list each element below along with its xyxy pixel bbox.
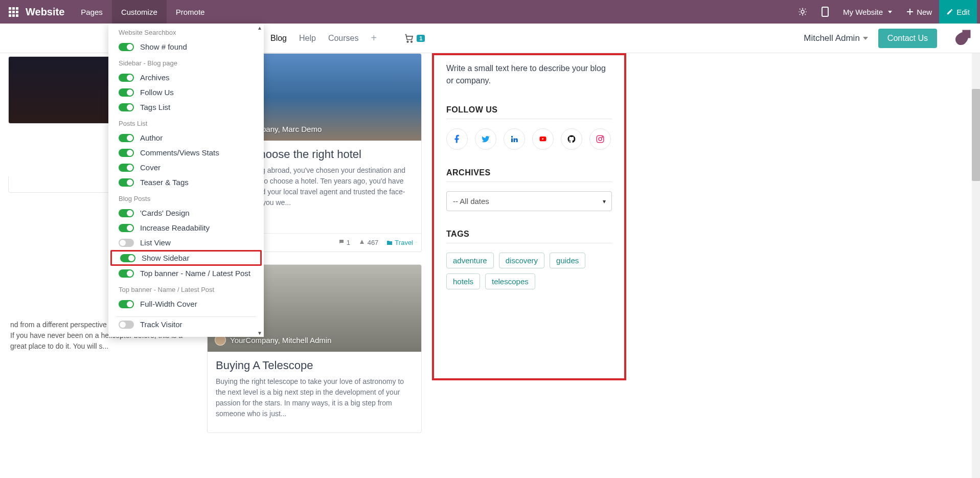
svg-point-3 [411,41,413,42]
customize-option-label: List View [140,238,171,247]
toggle-switch[interactable] [119,74,134,82]
toggle-switch[interactable] [119,149,134,157]
category-link[interactable]: Travel [386,239,413,246]
customize-option-author[interactable]: Author [108,130,264,145]
author-name: YourCompany, Mitchell Admin [230,336,331,345]
follow-us-heading: FOLLOW US [446,105,612,119]
linkedin-icon[interactable] [504,128,525,150]
tag-telescopes[interactable]: telescopes [485,274,535,289]
customize-dropdown: Website SearchboxShow # foundSidebar - B… [108,24,264,337]
blog-sidebar: Write a small text here to describe your… [432,53,626,380]
views-stat: 467 [358,239,378,246]
cart-badge: 1 [417,35,425,42]
github-icon[interactable] [561,128,582,150]
customize-option-label: Top banner - Name / Latest Post [140,269,250,278]
customize-option-track_visitor[interactable]: Track Visitor [108,317,264,332]
customize-option-teaser_tags[interactable]: Teaser & Tags [108,175,264,190]
customize-option-archives[interactable]: Archives [108,70,264,85]
svg-point-5 [599,138,602,141]
toggle-switch[interactable] [119,239,134,247]
customize-option-increase_readability[interactable]: Increase Readability [108,220,264,235]
toggle-switch[interactable] [119,43,134,51]
toggle-switch[interactable] [119,88,134,97]
toggle-switch[interactable] [119,164,134,172]
toggle-switch[interactable] [119,224,134,232]
facebook-icon[interactable] [446,128,468,150]
customize-option-label: Cover [140,163,161,172]
customize-option-cover[interactable]: Cover [108,160,264,175]
edit-button-label: Edit [956,8,970,16]
user-name: Mitchell Admin [804,33,860,43]
customize-option-label: Show Sidebar [142,254,189,262]
toggle-switch[interactable] [119,103,134,111]
toggle-switch[interactable] [119,321,134,329]
customize-option-label: Author [140,133,163,142]
tag-adventure[interactable]: adventure [446,253,494,268]
theme-drop-icon[interactable] [953,29,971,47]
contact-us-button[interactable]: Contact Us [878,29,937,48]
tag-discovery[interactable]: discovery [499,253,544,268]
cart-button[interactable]: 1 [403,33,425,43]
scroll-down-icon[interactable]: ▼ [256,329,264,337]
apps-icon[interactable] [3,0,24,24]
nav-blog[interactable]: Blog [270,34,287,43]
nav-promote[interactable]: Promote [167,0,214,24]
debug-icon[interactable] [791,0,814,24]
customize-option-comments_views[interactable]: Comments/Views Stats [108,145,264,160]
top-bar: Website Pages Customize Promote My Websi… [0,0,980,24]
customize-option-follow_us[interactable]: Follow Us [108,85,264,100]
customize-option-label: Tags List [140,103,170,111]
nav-customize[interactable]: Customize [112,0,167,24]
post-title[interactable]: Buying A Telescope [216,359,413,372]
toggle-switch[interactable] [119,178,134,187]
customize-option-label: Increase Readability [140,223,210,232]
user-menu[interactable]: Mitchell Admin [804,33,868,43]
toggle-switch[interactable] [120,254,135,262]
twitter-icon[interactable] [475,128,496,150]
nav-help[interactable]: Help [299,34,316,43]
page-scrollbar[interactable] [972,53,980,478]
nav-pages[interactable]: Pages [72,0,112,24]
customize-option-tags_list[interactable]: Tags List [108,100,264,115]
customize-option-show_sidebar[interactable]: Show Sidebar [110,250,262,266]
customize-option-label: Teaser & Tags [140,178,189,187]
customize-option-label: Track Visitor [140,320,183,329]
new-button[interactable]: New [899,0,939,24]
toggle-switch[interactable] [119,209,134,217]
toggle-switch[interactable] [119,300,134,308]
customize-option-list_view[interactable]: List View [108,235,264,250]
customize-section-label: Sidebar - Blog page [108,54,264,70]
instagram-icon[interactable] [589,128,611,150]
edit-button[interactable]: Edit [939,0,977,24]
post-excerpt: Buying the right telescope to take your … [216,376,413,419]
scrollbar-thumb[interactable] [972,89,980,181]
toggle-switch[interactable] [119,134,134,142]
caret-down-icon [888,11,892,13]
customize-section-label: Posts List [108,115,264,130]
website-switcher-label: My Website [843,8,883,16]
tag-guides[interactable]: guides [550,253,585,268]
archives-heading: ARCHIVES [446,168,612,182]
archives-select[interactable]: -- All dates [446,191,612,211]
customize-section-label: Blog Posts [108,190,264,206]
customize-option-label: Show # found [140,42,187,51]
youtube-icon[interactable] [532,128,554,150]
sidebar-description[interactable]: Write a small text here to describe your… [446,62,612,87]
customize-option-cards_design[interactable]: 'Cards' Design [108,206,264,220]
nav-courses[interactable]: Courses [328,34,359,43]
customize-option-full_width_cover[interactable]: Full-Width Cover [108,297,264,311]
customize-option-show_found[interactable]: Show # found [108,39,264,54]
scroll-up-icon[interactable]: ▲ [256,24,264,32]
tag-hotels[interactable]: hotels [446,274,480,289]
customize-option-top_banner[interactable]: Top banner - Name / Latest Post [108,266,264,281]
website-switcher[interactable]: My Website [836,0,899,24]
brand[interactable]: Website [24,6,72,18]
customize-option-label: 'Cards' Design [140,209,190,217]
customize-section-label: Website Searchbox [108,24,264,39]
category-label: Travel [395,239,413,246]
customize-option-label: Full-Width Cover [140,300,197,308]
mobile-preview-icon[interactable] [814,0,836,24]
add-menu-icon[interactable]: + [371,32,377,44]
customize-option-label: Follow Us [140,88,174,97]
toggle-switch[interactable] [119,269,134,278]
